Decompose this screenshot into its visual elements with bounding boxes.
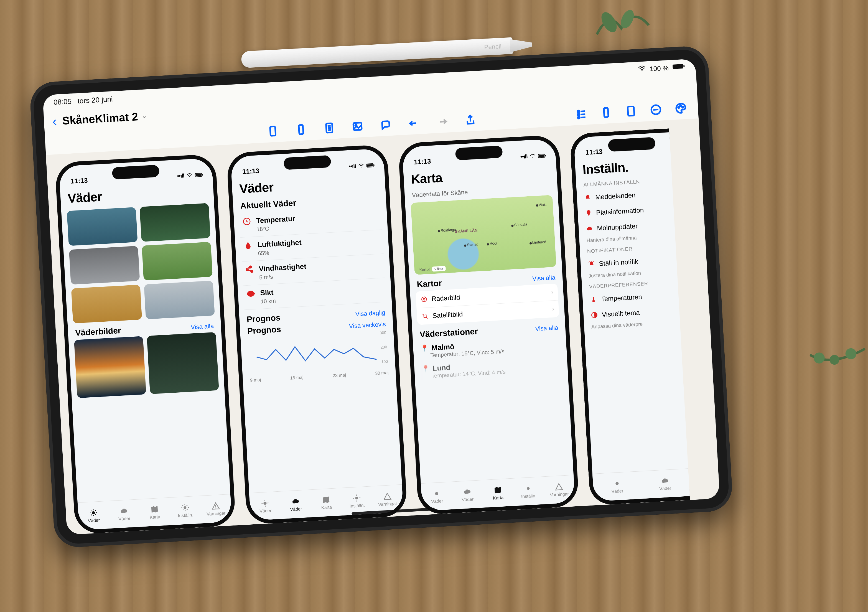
section-title: Väderstationer: [420, 327, 478, 339]
station-name: Malmö: [431, 342, 455, 352]
image-icon[interactable]: [351, 120, 364, 133]
contrast-icon: [591, 311, 598, 318]
svg-rect-71: [593, 297, 594, 300]
image-thumbnail[interactable]: [140, 203, 211, 242]
back-button[interactable]: ‹: [52, 113, 57, 129]
chevron-right-icon: ›: [552, 305, 555, 312]
tab-installn[interactable]: Inställn.: [169, 496, 201, 525]
tab-varningar[interactable]: Varningar: [200, 494, 232, 523]
show-all-link[interactable]: Visa alla: [535, 324, 558, 333]
map-city-pin: [530, 242, 532, 245]
device-compact-icon[interactable]: [295, 123, 307, 136]
setting-label: Meddelanden: [595, 191, 636, 201]
tab-vader-cloud[interactable]: Väder: [451, 480, 484, 509]
tab-label: Väder: [118, 516, 130, 521]
svg-line-17: [581, 111, 585, 112]
svg-rect-6: [673, 64, 684, 69]
tab-vader-cloud[interactable]: Väder: [640, 469, 690, 499]
page-title: Väder: [67, 183, 206, 206]
design-canvas[interactable]: 11:13 ••ıll Väder: [46, 118, 720, 534]
weather-image-grid: [67, 203, 215, 323]
project-title-dropdown[interactable]: SkåneKlimat 2 ⌄: [62, 110, 147, 127]
image-thumbnail[interactable]: [144, 281, 215, 320]
gear-icon: [181, 503, 190, 512]
show-all-link[interactable]: Visa alla: [191, 323, 214, 331]
metric-value: 18°C: [256, 224, 296, 233]
setting-label: Temperaturen: [601, 293, 642, 303]
svg-rect-7: [684, 65, 685, 67]
device-alt2-icon[interactable]: [625, 104, 637, 117]
svg-line-67: [426, 317, 428, 318]
tab-label: Karta: [149, 514, 160, 520]
tab-karta[interactable]: Karta: [310, 488, 343, 517]
tab-vader-sun[interactable]: Väder: [592, 471, 642, 502]
mockup-screen-3[interactable]: 11:13 ••ıll Karta Väderdata för Skåne SK…: [398, 135, 579, 515]
metric-name: Temperatur: [256, 214, 296, 225]
tab-installn[interactable]: Inställn.: [513, 477, 545, 506]
svg-line-39: [95, 514, 96, 515]
tab-vader-cloud[interactable]: Väder: [280, 490, 312, 519]
setting-label: Ställ in notifik: [599, 258, 639, 267]
svg-point-59: [532, 157, 533, 158]
list-label: Radarbild: [431, 294, 460, 303]
show-all-link[interactable]: Visa alla: [532, 274, 556, 283]
svg-point-29: [189, 176, 190, 177]
tab-label: Väder: [462, 497, 474, 502]
device-alt1-icon[interactable]: [600, 106, 612, 119]
page-title: Väder: [239, 174, 378, 196]
ipad-screen: 08:05 tors 20 juni 100 % ‹ SkåneKlimat 2…: [43, 59, 720, 534]
mockup-screen-2[interactable]: 11:13 ••ıll Väder Aktuellt Väder Tempera…: [226, 144, 408, 525]
image-thumbnail[interactable]: [67, 207, 138, 246]
show-weekly-link[interactable]: Visa veckovis: [349, 320, 386, 330]
image-thumbnail[interactable]: [74, 336, 146, 398]
analytics-icon[interactable]: [649, 103, 662, 116]
image-thumbnail[interactable]: [69, 246, 140, 285]
tab-karta[interactable]: Karta: [482, 478, 514, 508]
tab-label: Varningar: [550, 491, 569, 497]
svg-line-40: [95, 510, 96, 511]
properties-icon[interactable]: [575, 107, 587, 120]
pin-icon: 📍: [422, 365, 430, 373]
device-portrait-icon[interactable]: [267, 125, 279, 138]
mockup-screen-1[interactable]: 11:13 ••ıll Väder: [54, 154, 236, 534]
document-icon[interactable]: [323, 121, 336, 134]
metric-name: Luftfuktighet: [257, 238, 302, 249]
tab-vader-cloud[interactable]: Väder: [108, 499, 140, 528]
metric-value: 10 km: [260, 298, 276, 305]
setting-label: Platsinformation: [596, 206, 644, 217]
share-icon[interactable]: [464, 114, 477, 126]
tab-label: Inställn.: [521, 493, 536, 499]
wind-icon: [245, 265, 254, 275]
svg-point-68: [435, 492, 438, 495]
tab-vader-sun[interactable]: Väder: [421, 482, 453, 511]
redo-icon[interactable]: [436, 115, 448, 128]
phone-time: 11:13: [414, 157, 431, 166]
thermometer-icon: [590, 296, 597, 303]
map-city-pin: [536, 204, 538, 207]
svg-line-19: [581, 114, 585, 115]
pin-icon: [585, 210, 592, 217]
palette-icon[interactable]: [674, 102, 687, 115]
image-thumbnail[interactable]: [147, 332, 219, 394]
section-title: Prognos: [247, 325, 281, 336]
tab-karta[interactable]: Karta: [139, 498, 171, 527]
undo-icon[interactable]: [408, 117, 420, 129]
tab-varningar[interactable]: Varningar: [543, 475, 575, 504]
show-daily-link[interactable]: Visa daglig: [355, 309, 385, 318]
tab-vader-sun[interactable]: Väder: [78, 501, 110, 530]
alert-icon: [555, 482, 563, 491]
mockup-screen-4[interactable]: 11:13 Inställn. ALLMÄNNA INSTÄLLN Meddel…: [569, 128, 690, 505]
svg-point-4: [846, 348, 857, 359]
map-preview[interactable]: SKÅNE LÄN KartorVillkor: [411, 195, 556, 275]
tab-label: Väder: [659, 486, 671, 491]
alert-icon: [211, 501, 220, 510]
map-city-pin: [438, 230, 440, 232]
battery-icon: [672, 63, 685, 72]
image-thumbnail[interactable]: [142, 242, 212, 281]
tab-vader-sun[interactable]: Väder: [249, 492, 281, 521]
x-tick: 9 maj: [250, 377, 261, 383]
map-icon: [493, 486, 502, 494]
image-thumbnail[interactable]: [71, 284, 142, 323]
phone-time: 11:13: [242, 167, 259, 176]
chat-icon[interactable]: [379, 118, 392, 131]
